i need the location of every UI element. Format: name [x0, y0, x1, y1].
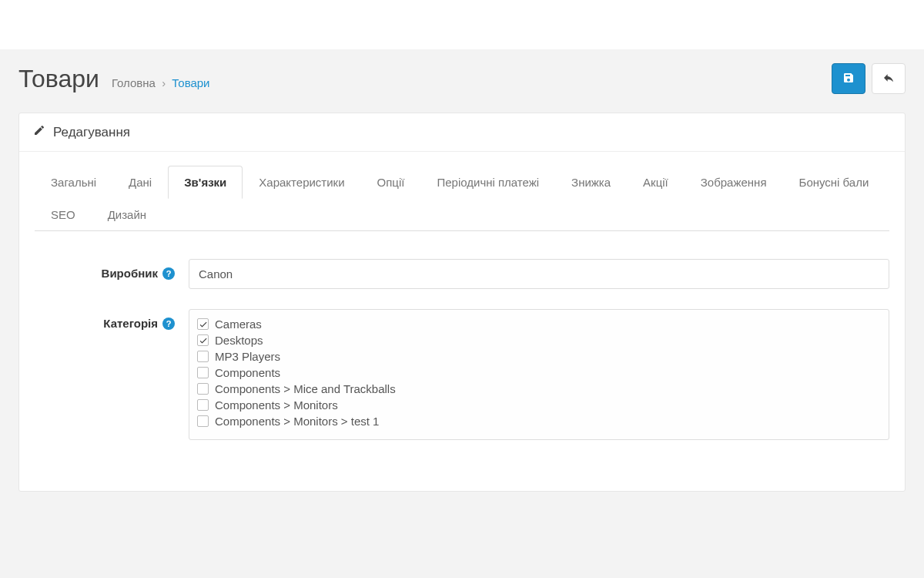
category-item-label: Cameras — [215, 318, 262, 331]
category-item-label: Components — [215, 366, 280, 379]
header-actions — [832, 63, 906, 94]
page-title: Товари — [18, 65, 99, 93]
tab-6[interactable]: Знижка — [555, 166, 627, 199]
checkbox-icon[interactable] — [197, 399, 209, 411]
checkbox-icon[interactable] — [197, 367, 209, 378]
tab-4[interactable]: Опції — [361, 166, 421, 199]
tab-9[interactable]: Бонусні бали — [783, 166, 886, 199]
tab-3[interactable]: Характеристики — [243, 166, 360, 199]
category-list[interactable]: CamerasDesktopsMP3 PlayersComponentsComp… — [189, 309, 889, 440]
manufacturer-label-text: Виробник — [102, 267, 158, 280]
breadcrumb-home[interactable]: Головна — [112, 76, 156, 89]
tab-1[interactable]: Дані — [112, 166, 168, 199]
checkbox-icon[interactable] — [197, 334, 209, 346]
edit-panel: Редагування ЗагальніДаніЗв'язкиХарактери… — [18, 113, 906, 492]
manufacturer-control — [189, 259, 889, 289]
breadcrumb-separator: › — [162, 76, 166, 89]
pencil-icon — [33, 124, 45, 140]
tab-8[interactable]: Зображення — [685, 166, 783, 199]
category-item-label: MP3 Players — [215, 350, 280, 363]
panel-heading-text: Редагування — [53, 125, 130, 140]
tab-7[interactable]: Акції — [627, 166, 685, 199]
category-item[interactable]: Components > Monitors — [197, 397, 881, 413]
category-item[interactable]: Cameras — [197, 316, 881, 332]
category-item[interactable]: Components > Monitors > test 1 — [197, 413, 881, 429]
checkbox-icon[interactable] — [197, 415, 209, 427]
category-label-text: Категорія — [103, 317, 158, 330]
category-item[interactable]: Components > Mice and Trackballs — [197, 381, 881, 397]
category-item[interactable]: MP3 Players — [197, 348, 881, 365]
category-item-label: Components > Monitors > test 1 — [215, 415, 379, 428]
save-icon — [842, 72, 855, 86]
help-icon[interactable]: ? — [162, 318, 175, 330]
tabs: ЗагальніДаніЗв'язкиХарактеристикиОпціїПе… — [35, 166, 889, 231]
checkbox-icon[interactable] — [197, 383, 209, 395]
tab-10[interactable]: SEO — [35, 198, 92, 231]
category-label: Категорія ? — [35, 309, 189, 330]
manufacturer-label: Виробник ? — [35, 259, 189, 280]
category-control: CamerasDesktopsMP3 PlayersComponentsComp… — [189, 309, 889, 440]
help-icon[interactable]: ? — [162, 267, 175, 280]
header-left: Товари Головна › Товари — [18, 65, 210, 93]
save-button[interactable] — [832, 63, 865, 94]
category-item-label: Components > Mice and Trackballs — [215, 382, 396, 395]
tab-11[interactable]: Дизайн — [92, 198, 162, 231]
back-button[interactable] — [872, 63, 906, 94]
breadcrumb: Головна › Товари — [112, 76, 210, 89]
page-header: Товари Головна › Товари — [0, 49, 924, 113]
category-item-label: Desktops — [215, 334, 263, 347]
manufacturer-row: Виробник ? — [35, 259, 889, 289]
category-item[interactable]: Desktops — [197, 332, 881, 348]
reply-arrow-icon — [882, 72, 895, 86]
checkbox-icon[interactable] — [197, 318, 209, 330]
top-spacer — [0, 0, 924, 49]
category-item[interactable]: Components — [197, 365, 881, 381]
tab-2[interactable]: Зв'язки — [168, 166, 243, 199]
category-item-label: Components > Monitors — [215, 398, 338, 412]
checkbox-icon[interactable] — [197, 351, 209, 362]
manufacturer-input[interactable] — [189, 259, 889, 289]
tab-0[interactable]: Загальні — [35, 166, 112, 199]
tab-5[interactable]: Періодичні платежі — [420, 166, 555, 199]
breadcrumb-current[interactable]: Товари — [172, 76, 209, 89]
panel-heading: Редагування — [19, 113, 905, 152]
panel-body: ЗагальніДаніЗв'язкиХарактеристикиОпціїПе… — [19, 152, 905, 491]
category-row: Категорія ? CamerasDesktopsMP3 PlayersCo… — [35, 309, 889, 440]
